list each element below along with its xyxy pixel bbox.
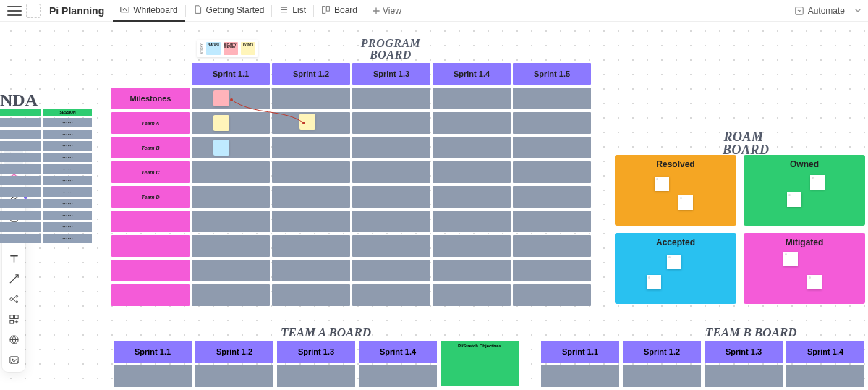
program-col-header[interactable]: Sprint 1.3: [352, 63, 430, 85]
agenda-cell[interactable]: • • • • • •: [43, 211, 92, 220]
program-cell[interactable]: [192, 284, 270, 306]
sticky-note[interactable]: [213, 115, 229, 131]
program-cell[interactable]: [272, 186, 350, 208]
program-cell[interactable]: [272, 260, 350, 281]
roam-note[interactable]: [667, 255, 681, 269]
team-a-cell[interactable]: [359, 365, 437, 387]
roam-note[interactable]: [787, 192, 801, 207]
tool-image[interactable]: [4, 350, 23, 369]
team-a-objectives[interactable]: PI/Stretch Objectives: [441, 341, 519, 386]
team-a-col[interactable]: Sprint 1.1: [114, 341, 192, 363]
roam-owned[interactable]: Owned: [744, 155, 865, 226]
program-cell[interactable]: [433, 112, 511, 134]
program-cell[interactable]: [192, 112, 270, 134]
agenda-cell[interactable]: [0, 118, 41, 127]
sticky-note[interactable]: [213, 90, 229, 106]
agenda-cell[interactable]: • • • • • •: [43, 234, 92, 243]
tool-mind[interactable]: [4, 289, 23, 308]
agenda-cell[interactable]: [0, 164, 41, 174]
hamburger-menu[interactable]: [6, 2, 23, 20]
team-a-cell[interactable]: [114, 365, 192, 387]
program-cell[interactable]: [433, 235, 511, 257]
automate-button[interactable]: Automate: [788, 6, 851, 16]
agenda-cell[interactable]: [0, 199, 41, 208]
tool-text[interactable]: [4, 249, 23, 268]
program-row-head[interactable]: Milestones: [111, 88, 190, 109]
team-a-cell[interactable]: [195, 365, 273, 387]
program-cell[interactable]: [513, 186, 591, 208]
agenda-cell[interactable]: [0, 187, 41, 197]
roam-note[interactable]: [783, 252, 798, 266]
agenda-cell[interactable]: • • • • • •: [43, 176, 92, 185]
roam-note[interactable]: [810, 175, 825, 190]
roam-accepted[interactable]: Accepted: [615, 233, 736, 304]
roam-mitigated[interactable]: Mitigated: [744, 233, 865, 304]
agenda-cell[interactable]: • • • • • •: [43, 222, 92, 232]
tab-board[interactable]: Board: [314, 0, 365, 22]
agenda-cell[interactable]: • • • • • •: [43, 187, 92, 197]
team-a-cell[interactable]: [277, 365, 355, 387]
program-col-header[interactable]: Sprint 1.1: [192, 63, 270, 85]
team-a-col[interactable]: Sprint 1.4: [359, 341, 437, 363]
tab-list[interactable]: List: [272, 0, 313, 22]
program-cell[interactable]: [433, 161, 511, 183]
tab-whiteboard[interactable]: Whiteboard: [113, 0, 184, 22]
program-cell[interactable]: [513, 88, 591, 109]
program-cell[interactable]: [192, 161, 270, 183]
program-cell[interactable]: [192, 186, 270, 208]
team-a-col[interactable]: Sprint 1.2: [195, 341, 273, 363]
program-col-header[interactable]: Sprint 1.5: [513, 63, 591, 85]
program-col-header[interactable]: Sprint 1.4: [433, 63, 511, 85]
program-cell[interactable]: [352, 161, 430, 183]
program-row-head[interactable]: [111, 235, 190, 257]
program-cell[interactable]: [513, 211, 591, 232]
program-cell[interactable]: [513, 137, 591, 158]
program-row-head[interactable]: [111, 284, 190, 306]
program-cell[interactable]: [192, 235, 270, 257]
team-b-cell[interactable]: [786, 365, 864, 387]
agenda-cell[interactable]: [0, 153, 41, 162]
agenda-cell[interactable]: [0, 176, 41, 185]
tool-web[interactable]: [4, 330, 23, 349]
team-a-col[interactable]: Sprint 1.3: [277, 341, 355, 363]
program-cell[interactable]: [272, 284, 350, 306]
program-cell[interactable]: [352, 235, 430, 257]
agenda-cell[interactable]: • • • • • •: [43, 153, 92, 162]
program-cell[interactable]: [433, 186, 511, 208]
roam-note[interactable]: [807, 275, 822, 289]
program-cell[interactable]: [513, 112, 591, 134]
program-row-head[interactable]: Team B: [111, 137, 190, 158]
program-cell[interactable]: [352, 137, 430, 158]
agenda-cell[interactable]: • • • • • •: [43, 141, 92, 151]
program-cell[interactable]: [513, 284, 591, 306]
program-row-head[interactable]: Team C: [111, 161, 190, 183]
sticky-note[interactable]: [213, 140, 229, 156]
agenda-cell[interactable]: • • • • • •: [43, 164, 92, 174]
agenda-cell[interactable]: [0, 141, 41, 151]
program-cell[interactable]: [433, 211, 511, 232]
add-view-button[interactable]: View: [365, 6, 409, 16]
tab-getting-started[interactable]: Getting Started: [186, 0, 272, 22]
agenda-cell[interactable]: [0, 211, 41, 220]
agenda-cell[interactable]: • • • • • •: [43, 130, 92, 139]
program-cell[interactable]: [513, 235, 591, 257]
team-b-cell[interactable]: [705, 365, 783, 387]
program-cell[interactable]: [272, 235, 350, 257]
program-cell[interactable]: [433, 260, 511, 281]
agenda-cell[interactable]: [0, 130, 41, 139]
roam-resolved[interactable]: Resolved: [615, 155, 736, 226]
roam-note[interactable]: [647, 275, 661, 289]
agenda-cell[interactable]: • • • • • •: [43, 199, 92, 208]
agenda-cell[interactable]: • • • • • •: [43, 118, 92, 127]
whiteboard-canvas[interactable]: + NDA SESSION ["133","149","165","181","…: [0, 22, 868, 390]
team-b-cell[interactable]: [541, 365, 619, 387]
program-cell[interactable]: [433, 137, 511, 158]
tool-connector[interactable]: [4, 269, 23, 288]
program-cell[interactable]: [192, 211, 270, 232]
sticky-note[interactable]: [299, 114, 315, 130]
program-cell[interactable]: [433, 284, 511, 306]
program-cell[interactable]: [272, 161, 350, 183]
automate-chevron[interactable]: [854, 4, 862, 17]
roam-note[interactable]: [655, 177, 669, 191]
program-cell[interactable]: [352, 260, 430, 281]
